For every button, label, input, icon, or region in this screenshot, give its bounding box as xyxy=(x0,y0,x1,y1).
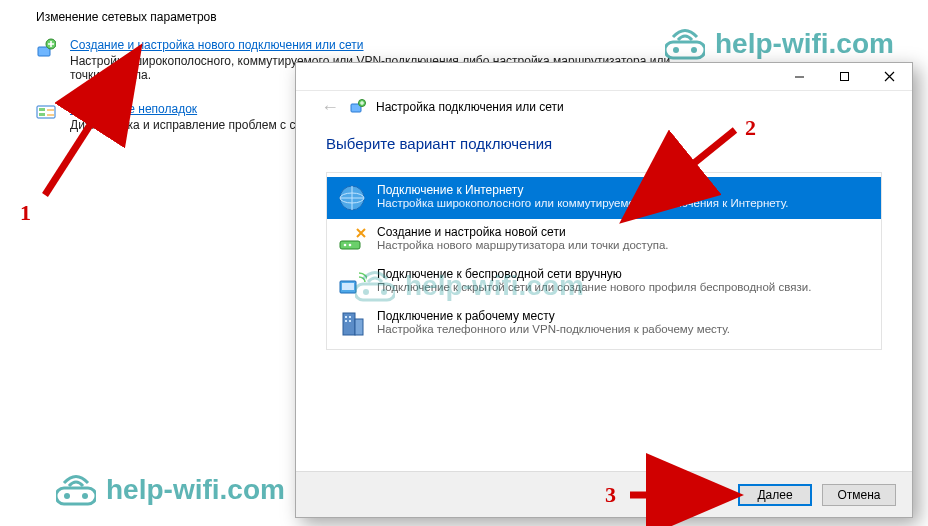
section-heading: Изменение сетевых параметров xyxy=(36,10,676,24)
option-title: Создание и настройка новой сети xyxy=(377,225,669,239)
connection-options: Подключение к Интернету Настройка широко… xyxy=(326,172,882,350)
svg-rect-28 xyxy=(345,320,347,322)
annotation-1: 1 xyxy=(20,200,31,226)
option-wifi-manual[interactable]: Подключение к беспроводной сети вручную … xyxy=(327,261,881,303)
svg-rect-4 xyxy=(39,113,45,116)
connection-wizard-window: ← Настройка подключения или сети Выберит… xyxy=(295,62,913,518)
svg-rect-23 xyxy=(342,283,354,290)
svg-rect-27 xyxy=(349,316,351,318)
next-button[interactable]: Далее xyxy=(738,484,812,506)
back-icon: ← xyxy=(320,97,340,117)
option-title: Подключение к рабочему месту xyxy=(377,309,730,323)
breadcrumb: ← Настройка подключения или сети xyxy=(296,91,912,123)
svg-rect-29 xyxy=(349,320,351,322)
svg-rect-14 xyxy=(841,73,849,81)
svg-rect-25 xyxy=(355,319,363,335)
new-connection-icon xyxy=(36,38,56,58)
troubleshoot-link[interactable]: Устранение неполадок xyxy=(70,102,197,116)
svg-point-10 xyxy=(82,493,88,499)
svg-point-9 xyxy=(64,493,70,499)
svg-rect-26 xyxy=(345,316,347,318)
office-icon xyxy=(337,309,367,339)
option-new-network[interactable]: Создание и настройка новой сети Настройк… xyxy=(327,219,881,261)
option-title: Подключение к Интернету xyxy=(377,183,788,197)
close-button[interactable] xyxy=(867,63,912,90)
option-desc: Настройка нового маршрутизатора или точк… xyxy=(377,239,669,251)
option-title: Подключение к беспроводной сети вручную xyxy=(377,267,811,281)
minimize-button[interactable] xyxy=(777,63,822,90)
option-desc: Настройка широкополосного или коммутируе… xyxy=(377,197,788,209)
svg-point-7 xyxy=(691,47,697,53)
titlebar xyxy=(296,63,912,91)
option-desc: Подключение к скрытой сети или создание … xyxy=(377,281,811,293)
option-internet[interactable]: Подключение к Интернету Настройка широко… xyxy=(327,177,881,219)
watermark-top: help-wifi.com xyxy=(665,28,894,60)
option-workplace[interactable]: Подключение к рабочему месту Настройка т… xyxy=(327,303,881,345)
router-plus-icon xyxy=(337,225,367,255)
wifi-icon xyxy=(337,267,367,297)
maximize-button[interactable] xyxy=(822,63,867,90)
wizard-icon xyxy=(350,99,366,115)
svg-rect-3 xyxy=(39,108,45,111)
cancel-button[interactable]: Отмена xyxy=(822,484,896,506)
svg-point-21 xyxy=(349,244,352,247)
create-connection-link[interactable]: Создание и настройка нового подключения … xyxy=(70,38,364,52)
svg-rect-2 xyxy=(37,106,55,118)
watermark-bottom: help-wifi.com xyxy=(56,474,285,506)
crumb-text: Настройка подключения или сети xyxy=(376,100,564,114)
svg-rect-8 xyxy=(56,488,96,504)
globe-icon xyxy=(337,183,367,213)
modal-title: Выберите вариант подключения xyxy=(326,135,882,152)
svg-point-20 xyxy=(344,244,347,247)
modal-footer: Далее Отмена xyxy=(296,471,912,517)
option-desc: Настройка телефонного или VPN-подключени… xyxy=(377,323,730,335)
troubleshoot-icon xyxy=(36,102,56,122)
